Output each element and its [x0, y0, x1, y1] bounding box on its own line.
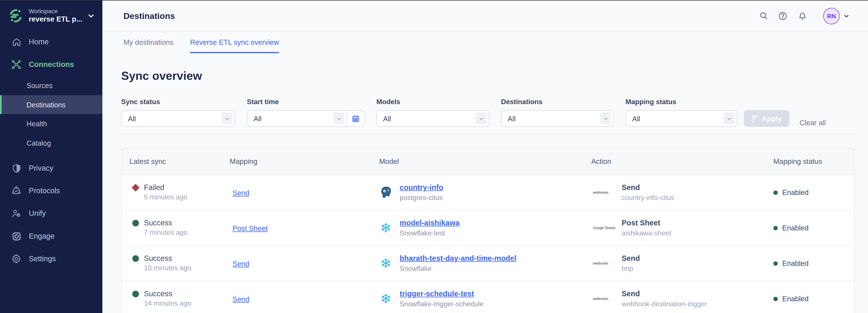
- unify-icon: [11, 209, 22, 219]
- home-icon: [11, 37, 22, 47]
- sidebar-item-label: Engage: [29, 232, 55, 241]
- chevron-down-icon: [844, 13, 849, 19]
- search-icon[interactable]: [758, 11, 769, 21]
- help-icon[interactable]: [778, 11, 788, 21]
- mapping-link[interactable]: Send: [232, 295, 249, 303]
- chevron-down-icon: [475, 113, 487, 125]
- webhooks-logo: webhooks: [591, 190, 616, 196]
- mapping-status-value: All: [632, 115, 723, 123]
- sidebar-item-label: Privacy: [29, 164, 53, 173]
- sync-time: 10 minutes ago: [144, 264, 230, 273]
- filter-label-mapping-status: Mapping status: [625, 98, 737, 106]
- sidebar-item-home[interactable]: Home: [0, 31, 102, 53]
- sidebar-item-catalog[interactable]: Catalog: [0, 133, 102, 153]
- filters-bar: Sync status All Start time All: [121, 98, 855, 127]
- destinations-select[interactable]: All: [501, 111, 614, 127]
- destinations-value: All: [508, 115, 600, 123]
- action-subtext: country-info-citus: [622, 194, 674, 202]
- action-logo-label: Google Sheets: [593, 226, 616, 230]
- calendar-icon[interactable]: [347, 111, 365, 126]
- sidebar-item-label: Settings: [29, 255, 56, 263]
- workspace-switcher[interactable]: Workspace reverse ETL p...: [0, 1, 102, 31]
- col-mapping-status: Mapping status: [773, 157, 854, 166]
- page-header: Destinations RN: [102, 1, 868, 32]
- user-menu[interactable]: RN: [823, 8, 849, 24]
- sidebar-item-settings[interactable]: Settings: [0, 248, 102, 271]
- chevron-down-icon: [87, 12, 95, 20]
- mapping-link[interactable]: Send: [232, 259, 249, 268]
- apply-label: Apply: [762, 115, 782, 123]
- model-link[interactable]: bharath-test-day-and-time-model: [400, 254, 516, 263]
- snowflake-icon: ❄: [379, 221, 393, 235]
- sync-status-select[interactable]: All: [121, 111, 235, 127]
- sidebar-item-privacy[interactable]: Privacy: [0, 157, 102, 180]
- sidebar-item-label: Unify: [29, 210, 45, 218]
- models-select[interactable]: All: [376, 111, 489, 127]
- sync-status-text: Success: [144, 290, 172, 298]
- start-time-select[interactable]: All: [247, 111, 365, 127]
- filters-divider: [121, 134, 855, 135]
- model-link[interactable]: trigger-schedule-test: [400, 289, 484, 299]
- action-subtext: tmp: [622, 265, 640, 273]
- sidebar-item-sources[interactable]: Sources: [0, 76, 102, 95]
- apply-button[interactable]: Apply: [744, 111, 789, 127]
- sidebar-item-unify[interactable]: Unify: [0, 202, 102, 225]
- chevron-down-icon: [333, 113, 344, 125]
- mapping-status-select[interactable]: All: [625, 111, 737, 127]
- action-name: Send: [622, 254, 640, 263]
- sidebar-item-destinations[interactable]: Destinations: [0, 95, 102, 114]
- mapping-status-text: Enabled: [782, 259, 809, 268]
- sidebar-item-label: Destinations: [27, 101, 65, 109]
- clear-all-link[interactable]: Clear all: [799, 119, 826, 127]
- models-value: All: [383, 115, 475, 123]
- model-link[interactable]: model-aishikawa: [400, 218, 459, 228]
- sync-status-text: Success: [144, 254, 172, 262]
- engage-icon: [11, 231, 22, 242]
- sync-status-text: Failed: [144, 183, 164, 192]
- mapping-status-text: Enabled: [782, 224, 809, 232]
- sidebar: Workspace reverse ETL p... Home: [0, 0, 102, 313]
- col-latest-sync: Latest sync: [129, 157, 230, 166]
- tab-my-destinations[interactable]: My destinations: [123, 32, 174, 53]
- action-logo-label: webhooks: [593, 297, 608, 301]
- rudderstack-logo-icon: [8, 8, 23, 24]
- table-row[interactable]: Success 14 minutes ago Send ❄ trigger-sc…: [122, 281, 854, 313]
- table-row[interactable]: Success 10 minutes ago Send ❄ bharath-te…: [122, 246, 854, 281]
- avatar[interactable]: RN: [823, 8, 840, 24]
- table-row[interactable]: Failed 5 minutes ago Send country-info p…: [122, 175, 854, 211]
- chevron-down-icon: [600, 113, 611, 125]
- success-dot-icon: [132, 220, 139, 226]
- bell-icon[interactable]: [797, 11, 807, 21]
- sync-time: 5 minutes ago: [144, 193, 230, 202]
- main-area: Destinations RN: [102, 0, 868, 313]
- enabled-dot-icon: [773, 226, 778, 230]
- sidebar-item-label: Home: [29, 38, 49, 46]
- action-subtext: webhook-destination-trigger: [622, 301, 707, 309]
- sidebar-item-label: Sources: [27, 82, 53, 90]
- sidebar-item-label: Connections: [29, 61, 74, 69]
- filter-label-sync-status: Sync status: [121, 98, 235, 106]
- success-dot-icon: [132, 255, 139, 262]
- sidebar-item-health[interactable]: Health: [0, 114, 102, 133]
- snowflake-icon: ❄: [379, 257, 393, 270]
- action-name: Post Sheet: [622, 218, 671, 228]
- action-name: Send: [622, 183, 674, 192]
- col-mapping: Mapping: [230, 157, 379, 166]
- filter-label-destinations: Destinations: [501, 98, 614, 106]
- table-row[interactable]: Success 7 minutes ago Post Sheet ❄ model…: [122, 211, 854, 246]
- mapping-link[interactable]: Send: [232, 189, 249, 197]
- model-link[interactable]: country-info: [400, 183, 443, 192]
- enabled-dot-icon: [773, 297, 778, 301]
- model-subtext: Snowflake-trigger-schedule: [400, 301, 484, 309]
- enabled-dot-icon: [773, 261, 778, 265]
- success-dot-icon: [132, 291, 139, 298]
- tab-reverse-etl-sync-overview[interactable]: Reverse ETL sync overview: [190, 32, 279, 53]
- sync-status-value: All: [128, 115, 221, 123]
- sync-table: Latest sync Mapping Model Action Mapping…: [121, 148, 855, 313]
- mapping-status-text: Enabled: [782, 295, 809, 303]
- col-action: Action: [591, 157, 773, 166]
- mapping-link[interactable]: Post Sheet: [232, 224, 268, 232]
- sidebar-item-connections[interactable]: Connections: [0, 54, 102, 76]
- sidebar-item-protocols[interactable]: Protocols: [0, 180, 102, 202]
- sidebar-item-engage[interactable]: Engage: [0, 225, 102, 248]
